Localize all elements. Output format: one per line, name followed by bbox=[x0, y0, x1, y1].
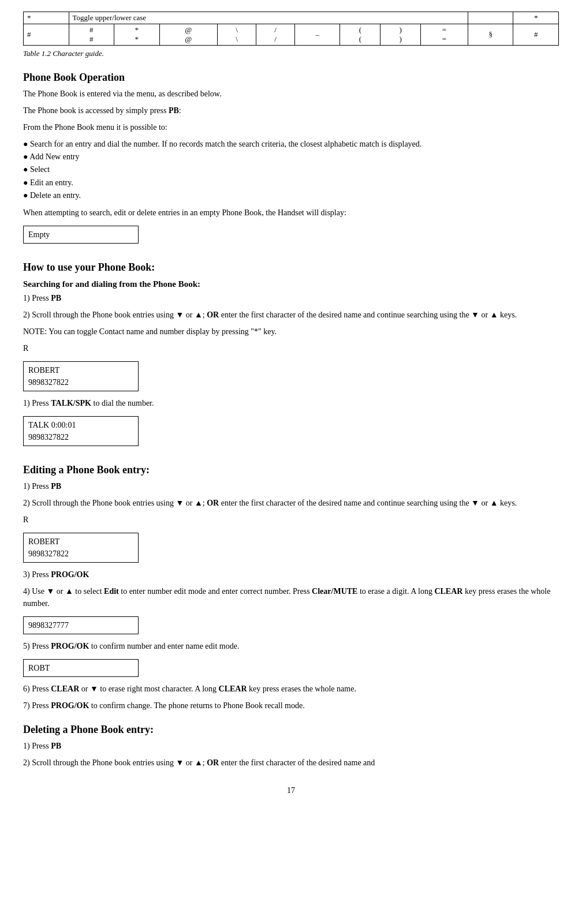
section3-step4: 4) Use ▼ or ▲ to select Edit to enter nu… bbox=[23, 585, 559, 609]
display-box-4: 9898327777 bbox=[23, 616, 139, 634]
feature-list: Search for an entry and dial the number.… bbox=[23, 138, 559, 203]
progok-key-3: PROG/OK bbox=[51, 701, 89, 710]
table-cell: ** bbox=[114, 24, 160, 46]
table-cell bbox=[468, 12, 513, 24]
pb-key-2: PB bbox=[51, 294, 61, 302]
table-cell: # bbox=[513, 24, 559, 46]
section3-step6: 6) Press CLEAR or ▼ to erase right most … bbox=[23, 683, 559, 695]
section2-r-cursor: R bbox=[23, 342, 559, 354]
section4-step1: 1) Press PB bbox=[23, 740, 559, 752]
talkspk-key: TALK/SPK bbox=[51, 399, 91, 407]
edit-key: Edit bbox=[104, 587, 119, 596]
display-box-5: ROBT bbox=[23, 659, 139, 677]
pb-key-3: PB bbox=[51, 482, 61, 491]
section1-p4: When attempting to search, edit or delet… bbox=[23, 207, 559, 219]
list-item: Edit an entry. bbox=[23, 177, 559, 189]
table-cell: – bbox=[294, 24, 340, 46]
clear-key-2: CLEAR bbox=[51, 684, 79, 693]
section3-step7: 7) Press PROG/OK to confirm change. The … bbox=[23, 699, 559, 712]
section2-step2: 2) Scroll through the Phone book entries… bbox=[23, 309, 559, 321]
list-item: Search for an entry and dial the number.… bbox=[23, 138, 559, 151]
table-cell: (( bbox=[340, 24, 380, 46]
display-box-2-line1: TALK 0:00:01 bbox=[28, 419, 133, 431]
page-number: 17 bbox=[23, 786, 559, 795]
display-box-1-line1: ROBERT bbox=[28, 364, 133, 376]
section3-step1: 1) Press PB bbox=[23, 480, 559, 492]
pb-key-1: PB bbox=[169, 106, 179, 115]
empty-display-box: Empty bbox=[23, 226, 139, 244]
table-cell: # bbox=[24, 24, 69, 46]
section2-step1: 1) Press PB bbox=[23, 292, 559, 304]
section3-heading-text: Editing a Phone Book entry bbox=[23, 464, 146, 476]
table-caption: Table 1.2 Character guide. bbox=[23, 48, 559, 59]
empty-display-text: Empty bbox=[28, 229, 133, 241]
or-key-2: OR bbox=[207, 499, 219, 507]
section4-heading: Deleting a Phone Book entry: bbox=[23, 722, 559, 738]
clear-key-3: CLEAR bbox=[219, 684, 247, 693]
progok-key-2: PROG/OK bbox=[51, 642, 89, 650]
display-box-2-line2: 9898327822 bbox=[28, 431, 133, 443]
or-key-1: OR bbox=[207, 311, 219, 319]
table-cell: ## bbox=[69, 24, 114, 46]
display-box-3-line2: 9898327822 bbox=[28, 548, 133, 560]
list-item: Delete an entry. bbox=[23, 189, 559, 202]
display-box-3-line1: ROBERT bbox=[28, 536, 133, 548]
section1-p2: The Phone book is accessed by simply pre… bbox=[23, 104, 559, 117]
section3-heading: Editing a Phone Book entry: bbox=[23, 462, 559, 478]
progok-key-1: PROG/OK bbox=[51, 570, 89, 579]
section3-step3: 3) Press PROG/OK bbox=[23, 568, 559, 581]
pb-key-4: PB bbox=[51, 742, 61, 750]
display-box-2: TALK 0:00:01 9898327822 bbox=[23, 416, 139, 446]
table-cell: == bbox=[421, 24, 468, 46]
display-box-1-line2: 9898327822 bbox=[28, 376, 133, 388]
or-key-3: OR bbox=[207, 758, 219, 767]
section1-heading: Phone Book Operation bbox=[23, 70, 559, 85]
section2-sub1: Searching for and dialing from the Phone… bbox=[23, 278, 559, 291]
display-box-1: ROBERT 9898327822 bbox=[23, 361, 139, 391]
table-cell: )) bbox=[380, 24, 421, 46]
section4-step2: 2) Scroll through the Phone book entries… bbox=[23, 757, 559, 769]
character-table: * Toggle upper/lower case * # ## ** @@ \… bbox=[23, 12, 559, 46]
clear-key-1: CLEAR bbox=[434, 587, 462, 596]
list-item: Select bbox=[23, 163, 559, 176]
section3-step5: 5) Press PROG/OK to confirm number and e… bbox=[23, 640, 559, 652]
display-box-4-line1: 9898327777 bbox=[28, 619, 133, 631]
table-cell: \\ bbox=[218, 24, 256, 46]
table-cell: Toggle upper/lower case bbox=[69, 12, 468, 24]
table-cell: * bbox=[513, 12, 559, 24]
section3-r-cursor: R bbox=[23, 514, 559, 526]
section1-p3: From the Phone Book menu it is possible … bbox=[23, 121, 559, 133]
clearmute-key: Clear/MUTE bbox=[312, 587, 357, 596]
section2-heading: How to use your Phone Book: bbox=[23, 260, 559, 275]
table-cell: @@ bbox=[159, 24, 218, 46]
section2-step3: 1) Press TALK/SPK to dial the number. bbox=[23, 397, 559, 409]
table-cell: * bbox=[24, 12, 69, 24]
display-box-3: ROBERT 9898327822 bbox=[23, 533, 139, 563]
section3-step2: 2) Scroll through the Phone book entries… bbox=[23, 497, 559, 509]
table-cell: § bbox=[468, 24, 513, 46]
list-item: Add New entry bbox=[23, 151, 559, 163]
display-box-5-line1: ROBT bbox=[28, 662, 133, 674]
section2-note: NOTE: You can toggle Contact name and nu… bbox=[23, 326, 559, 338]
section1-p1: The Phone Book is entered via the menu, … bbox=[23, 88, 559, 100]
table-cell: // bbox=[256, 24, 295, 46]
